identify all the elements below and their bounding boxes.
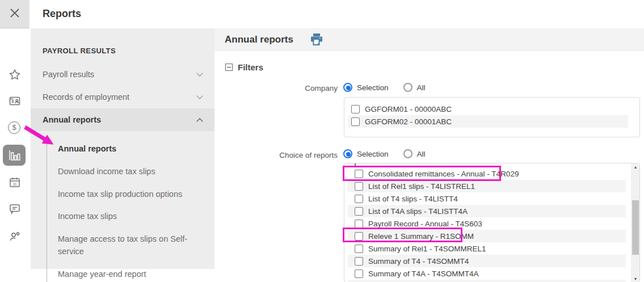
sidebar-sub-item[interactable]: Income tax slip production options	[58, 183, 199, 206]
sidebar-subtree: Annual reportsDownload income tax slipsI…	[47, 138, 214, 282]
reports-row[interactable]: Summary of Rel1 - T4SOMMREL1	[348, 242, 626, 255]
reports-row-label: Summary of T4 - T4SOMMT4	[368, 257, 469, 266]
company-selection-radio[interactable]	[343, 83, 352, 92]
reports-row[interactable]: List of Rel1 slips - T4LISTREL1	[348, 180, 626, 192]
checkbox-unchecked[interactable]	[355, 163, 356, 167]
reports-row-partial[interactable]	[348, 163, 626, 167]
company-listbox: GGFORM01 - 00000ABC GGFORM02 - 00001ABC	[344, 97, 640, 137]
employee-records-icon[interactable]	[8, 94, 22, 108]
favorites-star-icon[interactable]	[8, 68, 22, 82]
checkbox-unchecked[interactable]	[355, 207, 363, 216]
reports-row-label: List of T4 slips - T4LISTT4	[368, 195, 458, 203]
checkbox-unchecked[interactable]	[355, 220, 363, 228]
sidebar-group-item[interactable]: Payroll results	[31, 63, 214, 86]
scrollbar-thumb[interactable]	[632, 200, 639, 255]
company-field-label: Company	[238, 84, 338, 92]
reports-row-label: Summary of Rel1 - T4SOMMREL1	[368, 245, 486, 253]
reports-row-label: Summary of T4A - T4SOMMT4A	[368, 270, 479, 278]
reports-window: Reports $ 31	[0, 0, 644, 282]
chevron-icon	[196, 118, 203, 124]
checkbox-unchecked[interactable]	[355, 170, 363, 178]
main-header-band: Annual reports	[214, 28, 644, 51]
filters-label: Filters	[238, 62, 263, 72]
collapse-minus-icon[interactable]	[225, 64, 233, 71]
checkbox-unchecked[interactable]	[355, 182, 363, 191]
sidebar-group-item[interactable]: Records of employment	[31, 86, 214, 108]
messages-icon[interactable]	[8, 202, 22, 216]
sidebar-sub-item[interactable]: Income tax slips	[58, 205, 199, 228]
company-all-radio-label: All	[417, 83, 426, 92]
reports-row[interactable]: List of T4 slips - T4LISTT4	[348, 192, 626, 205]
company-radio-group: Selection All	[343, 83, 440, 92]
checkbox-unchecked[interactable]	[355, 270, 363, 278]
close-icon	[9, 7, 21, 22]
reports-listbox: Consolidated remittances - Annual - T4R0…	[344, 163, 640, 282]
reports-field-label: Choice of reports	[238, 151, 338, 159]
checkbox-unchecked[interactable]	[355, 257, 363, 266]
reports-all-radio-label: All	[417, 150, 426, 158]
icon-rail: $ 31	[0, 28, 30, 282]
checkbox-unchecked[interactable]	[351, 105, 360, 113]
checkbox-unchecked[interactable]	[355, 195, 363, 203]
close-button[interactable]	[0, 0, 30, 28]
payroll-dollar-icon[interactable]: $	[8, 121, 22, 135]
reports-row[interactable]: List of T4A slips - T4LISTT4A	[348, 205, 626, 217]
checkbox-unchecked[interactable]	[355, 232, 363, 241]
sidebar-group-item[interactable]: Annual reports	[31, 108, 214, 131]
user-admin-icon[interactable]	[8, 229, 22, 243]
print-icon[interactable]	[309, 32, 324, 47]
company-row-label: GGFORM02 - 00001ABC	[365, 117, 452, 126]
reports-row-label: Consolidated remittances - Annual - T4R0…	[368, 170, 519, 178]
scrollbar-track[interactable]: ▲ ▼	[631, 163, 640, 282]
sidebar-sub-item[interactable]: Manage access to tax slips on Self-servi…	[58, 228, 199, 263]
scroll-down-icon[interactable]: ▼	[631, 275, 640, 282]
sidebar-sub-item[interactable]: Manage year-end report	[58, 263, 199, 282]
company-selection-radio-label: Selection	[357, 83, 389, 92]
company-row[interactable]: GGFORM01 - 00000ABC	[348, 103, 628, 115]
reports-all-radio[interactable]	[403, 149, 413, 158]
checkbox-unchecked[interactable]	[355, 245, 363, 253]
sidebar-sub-item[interactable]: Download income tax slips	[58, 161, 199, 183]
sidebar-groups: Payroll results Records of employment An…	[31, 63, 214, 131]
filters-section-header: Filters	[225, 62, 263, 72]
reports-row-label: List of Rel1 slips - T4LISTREL1	[368, 182, 475, 191]
chevron-icon	[196, 70, 203, 76]
reports-row-label: List of T4A slips - T4LISTT4A	[368, 207, 468, 216]
calendar-icon[interactable]: 31	[8, 176, 22, 190]
reports-row[interactable]: Payroll Record - Annual - T4S603	[348, 217, 626, 230]
company-all-radio[interactable]	[403, 83, 413, 92]
reports-selection-radio-label: Selection	[357, 150, 389, 158]
main-title: Annual reports	[225, 34, 293, 45]
scroll-up-icon[interactable]: ▲	[631, 163, 640, 171]
reports-row-label: Releve 1 Summary - R1SOMM	[368, 232, 474, 241]
reports-row[interactable]: Summary of T4A - T4SOMMT4A	[348, 267, 626, 280]
company-row[interactable]: GGFORM02 - 00001ABC	[348, 115, 628, 128]
sidebar-section-title: PAYROLL RESULTS	[31, 28, 214, 63]
reports-selection-radio[interactable]	[343, 149, 352, 158]
company-row-label: GGFORM01 - 00000ABC	[365, 105, 452, 113]
reports-row[interactable]: Summary of T4 - T4SOMMT4	[348, 255, 626, 267]
sidebar-sub-item[interactable]: Annual reports	[58, 138, 199, 161]
sidebar-group-label: Payroll results	[43, 70, 197, 79]
reports-row[interactable]: Consolidated remittances - Annual - T4R0…	[348, 167, 626, 180]
checkbox-unchecked[interactable]	[351, 117, 360, 126]
reports-row-label: Payroll Record - Annual - T4S603	[368, 220, 482, 228]
sidebar-group-label: Annual reports	[43, 115, 197, 124]
reports-chart-icon-active[interactable]	[3, 145, 26, 166]
reports-rows: Consolidated remittances - Annual - T4R0…	[348, 163, 626, 282]
page-title: Reports	[43, 8, 81, 20]
svg-text:31: 31	[12, 182, 17, 186]
sidebar: PAYROLL RESULTS Payroll results Records …	[31, 28, 214, 269]
reports-row[interactable]: Releve 1 Summary - R1SOMM	[348, 230, 626, 242]
company-rows: GGFORM01 - 00000ABC GGFORM02 - 00001ABC	[348, 103, 628, 128]
reports-row[interactable]: Validation of Rel1 - T4VALQREL1	[348, 280, 626, 282]
chevron-icon	[196, 92, 203, 99]
sidebar-group-label: Records of employment	[43, 92, 197, 102]
reports-radio-group: Selection All	[343, 149, 440, 158]
